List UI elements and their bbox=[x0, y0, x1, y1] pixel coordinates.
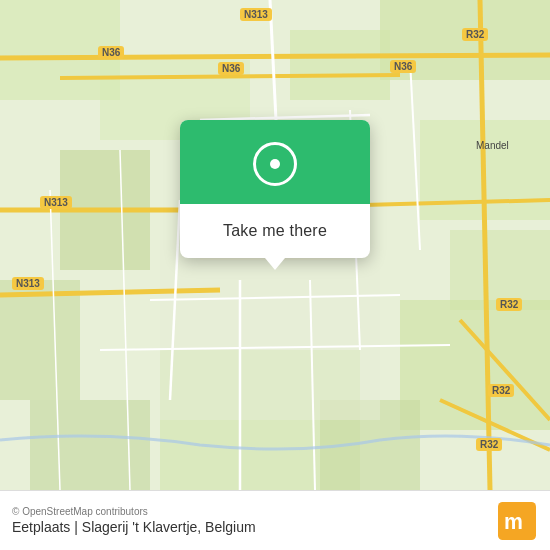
popup-card: Take me there bbox=[180, 120, 370, 258]
road-label-n313-left: N313 bbox=[40, 196, 72, 209]
copyright-text: © OpenStreetMap contributors bbox=[12, 506, 256, 517]
road-label-r32-lower: R32 bbox=[488, 384, 514, 397]
take-me-there-button[interactable]: Take me there bbox=[215, 218, 335, 244]
footer: © OpenStreetMap contributors Eetplaats |… bbox=[0, 490, 550, 550]
footer-left: © OpenStreetMap contributors Eetplaats |… bbox=[12, 506, 256, 535]
svg-rect-5 bbox=[0, 280, 80, 400]
town-label-mandel: Mandel bbox=[476, 140, 509, 151]
popup-header bbox=[180, 120, 370, 204]
road-label-n36-3: N36 bbox=[390, 60, 416, 73]
road-label-n36-1: N36 bbox=[98, 46, 124, 59]
moovit-logo: m bbox=[498, 502, 536, 540]
moovit-logo-icon: m bbox=[498, 502, 536, 540]
svg-rect-6 bbox=[400, 300, 550, 430]
road-label-r32-bottom: R32 bbox=[476, 438, 502, 451]
svg-line-15 bbox=[0, 55, 550, 58]
popup-tail bbox=[265, 258, 285, 270]
road-label-r32-top: R32 bbox=[462, 28, 488, 41]
svg-rect-8 bbox=[30, 400, 150, 490]
map-container: N313 N36 N36 N36 N313 N313 R32 R32 R32 R… bbox=[0, 0, 550, 490]
svg-text:m: m bbox=[504, 510, 523, 534]
road-label-n36-2: N36 bbox=[218, 62, 244, 75]
place-name: Eetplaats | Slagerij 't Klavertje, Belgi… bbox=[12, 519, 256, 535]
svg-rect-11 bbox=[290, 30, 390, 100]
location-pin-icon bbox=[253, 142, 297, 186]
popup-button-section: Take me there bbox=[180, 204, 370, 258]
road-label-n313-top: N313 bbox=[240, 8, 272, 21]
pin-dot bbox=[270, 159, 280, 169]
road-label-r32-mid: R32 bbox=[496, 298, 522, 311]
road-label-n313-bottom: N313 bbox=[12, 277, 44, 290]
